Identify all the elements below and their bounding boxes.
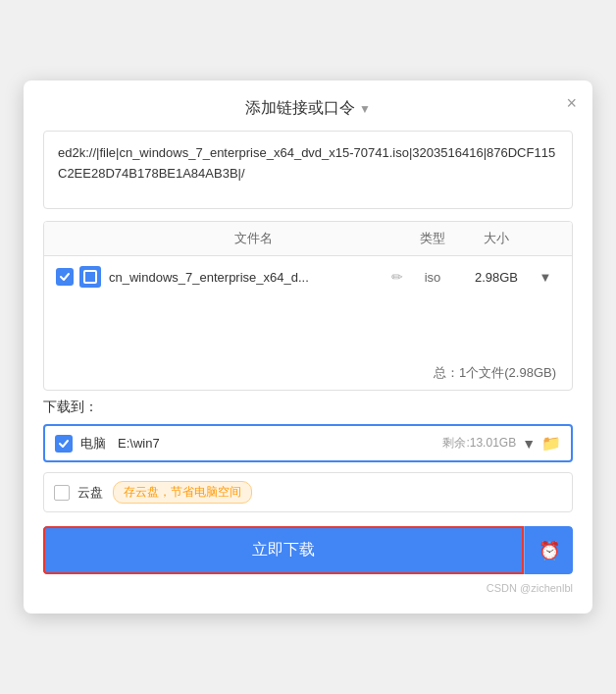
file-table-header: 文件名 类型 大小: [44, 222, 572, 256]
url-section: ed2k://|file|cn_windows_7_enterprise_x64…: [43, 131, 573, 209]
pc-dest-folder-icon[interactable]: 📁: [541, 434, 561, 453]
schedule-icon: ⏰: [539, 540, 560, 561]
dialog: 添加链接或口令 ▼ × ed2k://|file|cn_windows_7_en…: [24, 80, 592, 614]
cloud-dest-checkbox[interactable]: [54, 485, 70, 501]
file-table-footer: 总：1个文件(2.98GB): [44, 356, 572, 390]
download-button[interactable]: 立即下载: [43, 526, 524, 574]
col-header-type: 类型: [403, 230, 462, 247]
dialog-header: 添加链接或口令 ▼ ×: [24, 80, 592, 131]
col-header-name: 文件名: [103, 230, 403, 247]
pc-dest-label: 电脑: [80, 435, 106, 453]
close-button[interactable]: ×: [566, 94, 577, 112]
file-type: iso: [403, 270, 462, 285]
pc-dest-remain: 剩余:13.01GB: [442, 435, 516, 452]
file-table: 文件名 类型 大小 cn_windows_7_enterprise_x64_d.…: [43, 221, 573, 391]
col-header-size: 大小: [462, 230, 531, 247]
pc-dest-checkbox[interactable]: [55, 435, 73, 453]
edit-icon[interactable]: ✏: [391, 269, 403, 285]
dialog-title-text: 添加链接或口令: [245, 98, 355, 119]
pc-dest-row[interactable]: 电脑 E:\win7 剩余:13.01GB ▼ 📁: [43, 424, 573, 462]
cloud-dest-tag: 存云盘，节省电脑空间: [113, 481, 252, 504]
cloud-dest-row[interactable]: 云盘 存云盘，节省电脑空间: [43, 472, 573, 512]
action-row: 立即下载 ⏰: [43, 526, 573, 574]
file-type-icon: [79, 266, 101, 288]
table-row: cn_windows_7_enterprise_x64_d... ✏ iso 2…: [44, 256, 572, 297]
schedule-button[interactable]: ⏰: [524, 526, 573, 574]
pc-dest-dropdown-icon[interactable]: ▼: [522, 436, 536, 452]
file-total: 总：1个文件(2.98GB): [434, 364, 556, 382]
cloud-dest-label: 云盘: [77, 484, 103, 502]
dialog-title: 添加链接或口令 ▼: [245, 98, 371, 119]
file-checkbox[interactable]: [56, 268, 74, 286]
file-name: cn_windows_7_enterprise_x64_d...: [109, 270, 385, 285]
row-dropdown-icon[interactable]: ▼: [531, 270, 560, 285]
pc-dest-path: E:\win7: [118, 436, 442, 451]
download-to-label: 下载到：: [43, 399, 573, 416]
watermark: CSDN @zichenlbl: [24, 582, 573, 594]
url-input[interactable]: ed2k://|file|cn_windows_7_enterprise_x64…: [43, 131, 573, 209]
title-dropdown-arrow[interactable]: ▼: [359, 102, 371, 116]
file-size: 2.98GB: [462, 270, 531, 285]
